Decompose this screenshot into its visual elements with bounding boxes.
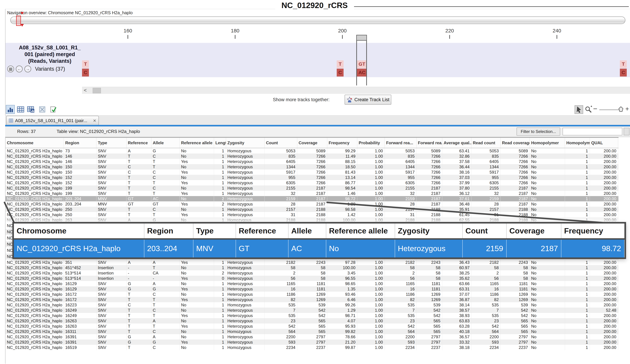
reference-allele-box[interactable]: T: [82, 60, 89, 68]
table-row[interactable]: NC_012920_rCRS H2a_haplo16263SNVTTYes1He…: [6, 324, 618, 329]
column-header[interactable]: Homopolyme...: [565, 138, 590, 148]
reference-allele-box[interactable]: T: [337, 60, 344, 68]
variant-allele-box[interactable]: C: [620, 69, 627, 76]
table-row[interactable]: NC_012920_rCRS H2a_haplo16311SNVTCNo1Hom…: [6, 329, 618, 334]
table-cell: T: [126, 318, 151, 324]
tab-variant-table[interactable]: A08_152v_S8_L001_R1_001 (pair... ×: [6, 116, 99, 125]
column-header[interactable]: Count: [265, 138, 297, 148]
column-header[interactable]: Region: [64, 138, 96, 148]
track-options-button[interactable]: ▦: [7, 65, 14, 72]
zoom-slider-thumb[interactable]: [618, 106, 623, 112]
tab-close-icon[interactable]: ×: [93, 118, 96, 123]
table-row[interactable]: NC_012920_rCRS H2a_haplo203..204MNVGTGTY…: [6, 201, 618, 207]
table-row[interactable]: NC_012920_rCRS H2a_haplo16129SNVGANo1Het…: [6, 281, 618, 286]
reference-allele-box[interactable]: T: [620, 60, 627, 68]
table-row[interactable]: NC_012920_rCRS H2a_haplo16263SNVTANo1Het…: [6, 318, 618, 324]
column-header[interactable]: Zygosity: [226, 138, 265, 148]
selection-handle[interactable]: [356, 35, 367, 41]
column-header[interactable]: Length: [214, 138, 226, 148]
table-cell: -: [151, 276, 180, 281]
selection-region[interactable]: [356, 40, 367, 85]
zoom-tool-button[interactable]: [584, 105, 593, 114]
table-row[interactable]: NC_012920_rCRS H2a_haplo250SNVTCNo1Heter…: [6, 207, 618, 212]
table-row[interactable]: NC_012920_rCRS H2a_haplo150SNVCCYes1Hete…: [6, 169, 618, 175]
scroll-left-button[interactable]: <: [84, 87, 87, 93]
column-header[interactable]: Homopolymer: [530, 138, 565, 148]
table-row[interactable]: NC_012920_rCRS H2a_haplo203..204MNVGTACN…: [6, 196, 618, 201]
column-header[interactable]: Forward rea...: [385, 138, 416, 148]
table-row[interactable]: NC_012920_rCRS H2a_haplo73SNVAGNo1Homozy…: [6, 148, 618, 154]
table-cell: 2237: [500, 345, 530, 350]
table-filter-input[interactable]: [562, 128, 622, 135]
table-row[interactable]: NC_012920_rCRS H2a_haplo16172SNVTTYes1He…: [6, 297, 618, 302]
table-row[interactable]: NC_012920_rCRS H2a_haplo351SNVAAYes1Hete…: [6, 260, 618, 265]
table-row[interactable]: NC_012920_rCRS H2a_haplo16223SNVCTNo1Hom…: [6, 302, 618, 308]
checklist-view-button[interactable]: [49, 105, 58, 114]
column-header[interactable]: Read count: [472, 138, 500, 148]
scrollbar-thumb[interactable]: [93, 88, 101, 93]
table-cell: No: [180, 164, 214, 169]
table-row[interactable]: NC_012920_rCRS H2a_haplo451^452Insertion…: [6, 265, 618, 270]
show-more-tracks-label: Show more tracks together:: [273, 97, 330, 102]
column-header[interactable]: Type: [96, 138, 126, 148]
column-header[interactable]: QUAL: [590, 138, 618, 148]
cursor-tool-button[interactable]: [574, 105, 583, 114]
magnifier-icon: [584, 106, 592, 114]
table-cell: 1: [565, 270, 590, 276]
cursor-icon: [576, 106, 582, 113]
table-cell: 1.00: [357, 180, 385, 185]
filter-to-selection-button[interactable]: Filter to Selection...: [516, 127, 560, 136]
table-row[interactable]: NC_012920_rCRS H2a_haplo16249SNVTCNo1Het…: [6, 308, 618, 313]
table-row[interactable]: NC_012920_rCRS H2a_haplo152SNVTCNo1Heter…: [6, 175, 618, 180]
table-row[interactable]: NC_012920_rCRS H2a_haplo199SNVTTYes1Hete…: [6, 191, 618, 196]
zoom-in-button[interactable]: +: [625, 105, 629, 112]
create-track-list-button[interactable]: Create Track List: [344, 95, 391, 105]
no-view-button[interactable]: [38, 105, 47, 114]
reads-variants-track[interactable]: A08_152v_S8_L001_R1_ 001 (paired) merged…: [6, 43, 630, 77]
table-row[interactable]: NC_012920_rCRS H2a_haplo16391SNVGANo1Het…: [6, 334, 618, 340]
column-header[interactable]: Average qual...: [442, 138, 472, 148]
column-header[interactable]: Allele: [151, 138, 180, 148]
table-row[interactable]: NC_012920_rCRS H2a_haplo199SNVTCNo1Heter…: [6, 185, 618, 191]
zoom-slider[interactable]: [599, 109, 621, 110]
table-row[interactable]: NC_012920_rCRS H2a_haplo513^514Insertion…: [6, 276, 618, 281]
table-row[interactable]: NC_012920_rCRS H2a_haplo146SNVTCNo1Heter…: [6, 154, 618, 159]
table-row[interactable]: NC_012920_rCRS H2a_haplo513^514Insertion…: [6, 270, 618, 276]
split-view-button[interactable]: [26, 105, 35, 114]
variant-allele-box[interactable]: C: [82, 69, 89, 76]
table-row[interactable]: NC_012920_rCRS H2a_haplo16249SNVTTYes1He…: [6, 313, 618, 318]
table-cell: 1181: [500, 281, 530, 286]
column-header[interactable]: Forward rea...: [416, 138, 442, 148]
table-row[interactable]: NC_012920_rCRS H2a_haplo150SNVCTNo1Heter…: [6, 164, 618, 169]
column-header[interactable]: Read coverage: [500, 138, 530, 148]
column-header[interactable]: Coverage: [297, 138, 327, 148]
table-row[interactable]: NC_012920_rCRS H2a_haplo146SNVTTYes1Hete…: [6, 159, 618, 164]
table-row[interactable]: NC_012920_rCRS H2a_haplo152SNVTTYes1Hete…: [6, 180, 618, 185]
column-header[interactable]: Frequency: [327, 138, 357, 148]
table-row[interactable]: NC_012920_rCRS H2a_haplo16172SNVTCNo1Het…: [6, 292, 618, 297]
callout-column-header: Frequency: [561, 224, 624, 238]
variant-allele-box[interactable]: C: [337, 69, 344, 76]
table-row[interactable]: NC_012920_rCRS H2a_haplo16391SNVGGYes1He…: [6, 340, 618, 345]
track-view-button[interactable]: [6, 105, 15, 114]
table-cell: No: [180, 292, 214, 297]
filter-extra-button[interactable]: [624, 128, 630, 135]
table-cell: 593: [472, 340, 500, 345]
column-header[interactable]: Chromosome: [6, 138, 64, 148]
column-header[interactable]: Reference: [126, 138, 151, 148]
track-prev-button[interactable]: ←: [16, 65, 23, 72]
navigation-position-marker[interactable]: [16, 15, 21, 26]
table-view-button[interactable]: [16, 105, 25, 114]
table-cell: Yes: [180, 180, 214, 185]
table-row[interactable]: NC_012920_rCRS H2a_haplo16519SNVTCNo1Hom…: [6, 345, 618, 350]
table-cell: SNV: [96, 334, 126, 340]
zoom-out-button[interactable]: −: [593, 105, 598, 113]
track-next-button[interactable]: →: [24, 65, 31, 72]
navigation-overview-bar[interactable]: [10, 16, 625, 24]
column-header[interactable]: Reference allele: [180, 138, 214, 148]
horizontal-scrollbar[interactable]: <: [82, 87, 630, 94]
table-cell: 2: [385, 270, 416, 276]
column-header[interactable]: Probability: [357, 138, 385, 148]
table-cell: 1: [565, 201, 590, 207]
table-row[interactable]: NC_012920_rCRS H2a_haplo16129SNVGGYes1He…: [6, 286, 618, 292]
